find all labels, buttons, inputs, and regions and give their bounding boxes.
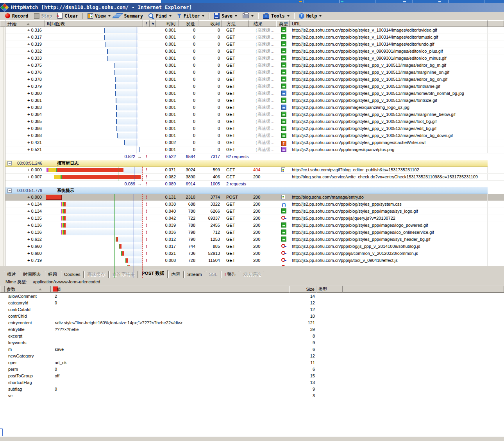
request-row[interactable]: + 0.3750.00100GET（高速缓…http://js2.pp.sohu… xyxy=(5,62,504,69)
column-header-timechart[interactable]: 时间图表 xyxy=(45,20,143,27)
sent-bytes: 0 xyxy=(179,104,198,111)
request-row[interactable]: + 0.3780.00100GET（高速缓…http://js2.pp.sohu… xyxy=(5,76,504,83)
param-row[interactable]: newGategory12 xyxy=(0,353,504,359)
warning-mark: ! xyxy=(143,215,150,222)
param-row[interactable]: keywords9 xyxy=(0,340,504,346)
collapse-toggle[interactable] xyxy=(7,161,12,165)
column-header-url[interactable]: URL xyxy=(290,20,488,27)
collapse-toggle[interactable] xyxy=(7,188,12,193)
column-header-time[interactable]: 时间 xyxy=(156,20,179,27)
flag-cell xyxy=(150,111,156,118)
column-header-method[interactable]: 方法 xyxy=(222,20,249,27)
param-row[interactable]: excerpt8 xyxy=(0,333,504,340)
request-row[interactable]: + 0.3840.00100GET（高速缓…http://js2.pp.sohu… xyxy=(5,111,504,118)
request-row[interactable]: + 0.007!0.0823890406GET200http://blog.so… xyxy=(5,174,504,181)
request-row[interactable]: + 0.3330.00100GET（高速缓…http://js1.pp.sohu… xyxy=(5,55,504,62)
column-header-received[interactable]: 收到 xyxy=(198,20,222,27)
timeline-cell xyxy=(45,222,143,229)
params-header-type[interactable]: 类型 xyxy=(316,286,343,293)
request-row[interactable]: + 0.136!0.0397882455GET200http://js1.pp.… xyxy=(5,222,504,229)
request-row[interactable]: + 0.3850.00100GET（高速缓…http://js2.pp.sohu… xyxy=(5,118,504,125)
request-row[interactable]: + 0.3880.00100GET（高速缓…http://js2.pp.sohu… xyxy=(5,132,504,139)
view-button[interactable]: View xyxy=(85,12,113,20)
column-header-sent[interactable]: 发送 xyxy=(179,20,198,27)
param-row[interactable]: contrCataId12 xyxy=(0,306,504,313)
request-row[interactable]: + 0.719!0.00872811504GET200http://js5.pp… xyxy=(5,257,504,264)
column-header-start[interactable]: 开始 xyxy=(5,20,45,27)
param-row[interactable]: categoryId012 xyxy=(0,300,504,306)
request-row[interactable]: + 0.3760.00100GET（高速缓…http://js2.pp.sohu… xyxy=(5,69,504,76)
flag-cell xyxy=(150,201,156,208)
request-url: http://js2.pp.sohu.com.cn/ppp/js/common_… xyxy=(290,250,488,257)
request-row[interactable]: + 0.3810.00100GET（高速缓…http://js2.pp.sohu… xyxy=(5,97,504,104)
column-header-tail xyxy=(488,20,504,27)
request-row[interactable]: + 0.3170.00100GET（高速缓…http://js2.pp.sohu… xyxy=(5,34,504,41)
request-row[interactable]: + 0.660!0.017744885GET200http://js3.pp.s… xyxy=(5,243,504,250)
param-row[interactable]: entrytitle????×?hehe39 xyxy=(0,326,504,333)
request-row[interactable]: + 0.3160.00100GET（高速缓…http://js2.pp.sohu… xyxy=(5,27,504,34)
sent-bytes: 3024 xyxy=(179,167,198,173)
request-row[interactable]: + 0.5210.00100GET（高速缓…http://js2.pp.sohu… xyxy=(5,146,504,153)
tail-cell xyxy=(488,167,504,173)
request-row[interactable]: + 0.4310.00200GET（高速缓…fhttp://js3.pp.soh… xyxy=(5,139,504,146)
timeline-cell xyxy=(45,215,143,222)
request-row[interactable]: + 0.000!0.0713024599GET404http://cc.i.so… xyxy=(5,167,504,174)
param-row[interactable]: entrycontent<div style="line-height:160%… xyxy=(0,320,504,326)
param-row[interactable]: perm06 xyxy=(0,366,504,373)
request-row[interactable]: + 0.632!0.0127901253GET200http://js2.pp.… xyxy=(5,236,504,243)
request-row[interactable]: + 0.3860.00100GET（高速缓…http://js2.pp.sohu… xyxy=(5,125,504,132)
summary-button[interactable]: Summary xyxy=(113,12,146,20)
param-row[interactable]: operart_ok11 xyxy=(0,359,504,366)
tab-Cookies[interactable]: Cookies xyxy=(61,271,84,278)
params-header-size[interactable]: Size xyxy=(289,286,316,293)
request-row[interactable]: + 0.3190.00100GET（高速缓…http://js2.pp.sohu… xyxy=(5,41,504,48)
column-header-warning[interactable]: ! xyxy=(143,20,150,27)
params-header-name[interactable]: 参数 xyxy=(5,286,51,293)
stop-button[interactable]: Stop xyxy=(31,12,55,20)
tab-POST 数据[interactable]: POST 数据 xyxy=(139,270,168,278)
save-button[interactable]: Save xyxy=(211,12,240,20)
column-header-flag[interactable]: ⚑ xyxy=(150,20,156,27)
tail-cell xyxy=(488,97,504,104)
filter-button[interactable]: Filter xyxy=(174,12,207,20)
time-value: 0.131 xyxy=(156,194,179,201)
request-row[interactable]: + 0.134!0.0386883322GET200{}http://js2.p… xyxy=(5,201,504,208)
request-row[interactable]: + 0.3830.00100GET（高速缓…http://js2.pp.sohu… xyxy=(5,104,504,111)
clear-button[interactable]: Clear xyxy=(55,12,81,20)
tools-button[interactable]: Tools xyxy=(260,12,292,20)
tab-概述[interactable]: 概述 xyxy=(4,271,19,278)
params-header-value[interactable]: 值 xyxy=(51,286,289,293)
param-row[interactable]: subflag09 xyxy=(0,386,504,393)
param-row[interactable]: contrChId10 xyxy=(0,313,504,320)
help-button[interactable]: ? Help xyxy=(296,12,325,20)
tab-内容[interactable]: 内容 xyxy=(168,271,184,278)
tab-SSL[interactable]: SSL xyxy=(206,271,221,278)
param-row[interactable]: allowComment214 xyxy=(0,293,504,300)
find-button[interactable]: Find xyxy=(146,12,174,20)
request-row[interactable]: + 0.134!0.0407806266GET200http://js1.pp.… xyxy=(5,208,504,215)
tab-时间图表[interactable]: 时间图表 xyxy=(20,271,44,278)
timeline-cell xyxy=(45,229,143,236)
tab-发表评论[interactable]: 发表评论 xyxy=(240,271,264,278)
column-header-result[interactable]: 结果 xyxy=(249,20,276,27)
param-row[interactable]: msave6 xyxy=(0,346,504,353)
request-row[interactable]: + 0.680!0.02173652913GET200http://js2.pp… xyxy=(5,250,504,257)
request-row[interactable]: + 0.000!0.13123103774POST200http://blog.… xyxy=(5,194,504,201)
request-row[interactable]: + 0.136!0.036798712GET200http://js1.pp.s… xyxy=(5,229,504,236)
param-row[interactable]: shortcutFlag13 xyxy=(0,379,504,386)
tab-标题[interactable]: 标题 xyxy=(45,271,60,278)
warning-mark xyxy=(143,90,150,97)
column-header-type[interactable]: 类型 xyxy=(276,20,290,27)
param-row[interactable]: postToGroupoff15 xyxy=(0,373,504,379)
tab-Stream[interactable]: Stream xyxy=(184,271,205,278)
request-row[interactable]: + 0.3320.00100GET（高速缓…http://js1.pp.sohu… xyxy=(5,48,504,55)
request-row[interactable]: + 0.135!0.04272269337GET200http://js5.pp… xyxy=(5,215,504,222)
tab-高速缓存[interactable]: 高速缓存 xyxy=(84,271,109,278)
request-row[interactable]: + 0.3800.00100GET（高速缓…http://js2.pp.sohu… xyxy=(5,90,504,97)
request-row[interactable]: + 0.3790.00100GET（高速缓…http://js2.pp.sohu… xyxy=(5,83,504,90)
param-row[interactable]: vc3 xyxy=(0,393,504,399)
record-button[interactable]: Record xyxy=(2,12,31,20)
toolbar: Record Stop Clear View Summary Find Filt… xyxy=(0,12,504,20)
print-button[interactable] xyxy=(240,12,256,20)
tab-警告[interactable]: !警告 xyxy=(221,271,239,278)
